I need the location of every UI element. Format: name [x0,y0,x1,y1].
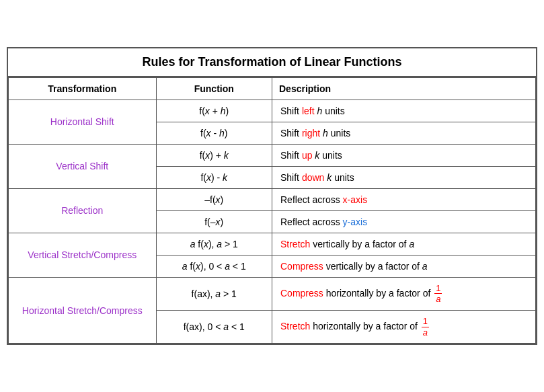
header-transformation: Transformation [9,77,157,100]
table-wrapper: Rules for Transformation of Linear Funct… [7,47,537,345]
function-cell: f(ax), 0 < a < 1 [156,311,272,344]
function-cell: f(x) + k [156,144,272,166]
description-cell: Compress vertically by a factor of a [272,255,535,277]
function-cell: a f(x), 0 < a < 1 [156,255,272,277]
function-cell: f(ax), a > 1 [156,277,272,310]
table-title: Rules for Transformation of Linear Funct… [8,48,536,77]
transform-cell: Vertical Stretch/Compress [9,233,157,277]
transform-cell: Horizontal Stretch/Compress [9,277,157,343]
transform-cell: Reflection [9,188,157,233]
description-cell: Stretch horizontally by a factor of 1a [272,311,535,344]
function-cell: f(–x) [156,210,272,233]
table-row: Horizontal Shiftf(x + h)Shift left h uni… [9,100,536,122]
transform-cell: Horizontal Shift [9,100,157,144]
description-cell: Shift up k units [272,144,535,166]
function-cell: –f(x) [156,188,272,210]
table-row: Horizontal Stretch/Compressf(ax), a > 1C… [9,277,536,310]
function-cell: f(x + h) [156,100,272,122]
description-cell: Shift down k units [272,166,535,188]
function-cell: f(x - h) [156,122,272,144]
header-function: Function [156,77,272,100]
function-cell: f(x) - k [156,166,272,188]
table-row: Vertical Stretch/Compressa f(x), a > 1St… [9,233,536,255]
table-row: Vertical Shiftf(x) + kShift up k units [9,144,536,166]
description-cell: Stretch vertically by a factor of a [272,233,535,255]
function-cell: a f(x), a > 1 [156,233,272,255]
description-cell: Compress horizontally by a factor of 1a [272,277,535,310]
description-cell: Shift left h units [272,100,535,122]
description-cell: Shift right h units [272,122,535,144]
description-cell: Reflect across x-axis [272,188,535,210]
transform-cell: Vertical Shift [9,144,157,188]
transformation-table: Transformation Function Description Hori… [8,77,536,344]
description-cell: Reflect across y-axis [272,210,535,233]
table-row: Reflection–f(x)Reflect across x-axis [9,188,536,210]
header-description: Description [272,77,535,100]
